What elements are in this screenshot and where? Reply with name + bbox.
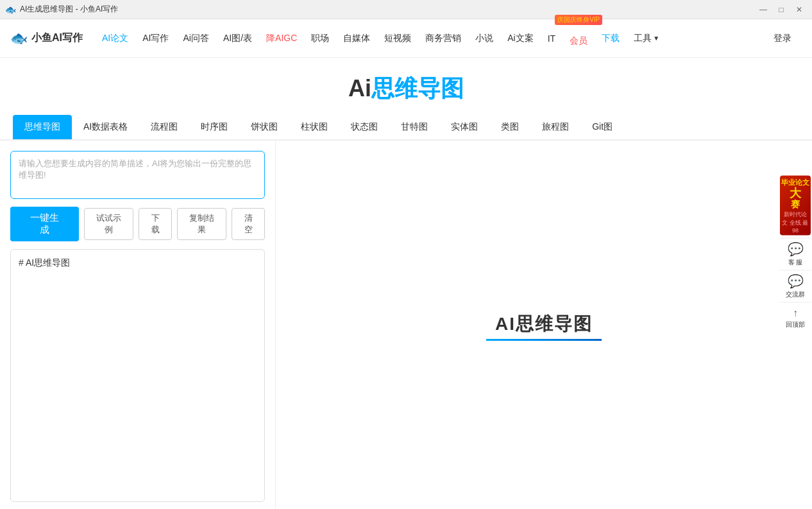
tab-mindmap[interactable]: 思维导图: [13, 115, 72, 141]
tab-ai-data-table[interactable]: AI数据表格: [72, 115, 139, 141]
sidebar-customer-service-label: 客 服: [788, 258, 803, 267]
output-area: # AI思维导图: [10, 249, 265, 502]
tab-git[interactable]: Git图: [580, 115, 624, 141]
tab-journey[interactable]: 旅程图: [530, 115, 580, 141]
action-bar: 一键生成 试试示例 下载 复制结果 清空: [10, 207, 265, 241]
sidebar-ad-sub: 新时代论文 全线 最98: [781, 210, 809, 233]
main-content: 一键生成 试试示例 下载 复制结果 清空 # AI思维导图 AI思维导图: [0, 141, 812, 509]
logo-text: 小鱼AI写作: [31, 31, 83, 45]
title-ai-prefix: Ai: [348, 75, 371, 101]
nav-item-ai-copy[interactable]: Ai文案: [501, 29, 539, 48]
floating-sidebar: 毕业论文 大 赛 新时代论文 全线 最98 💬 客 服 💬 交流群 ↑ 回顶部: [779, 175, 812, 334]
minimize-button[interactable]: —: [756, 3, 771, 16]
example-button[interactable]: 试试示例: [84, 208, 133, 240]
nav-item-media[interactable]: 自媒体: [337, 29, 376, 48]
sidebar-ad-line1: 毕业论文: [781, 177, 809, 187]
nav-item-ai-paper[interactable]: AI论文: [96, 29, 135, 48]
titlebar-controls: — □ ✕: [756, 3, 807, 16]
output-text: # AI思维导图: [19, 257, 70, 268]
tab-bar[interactable]: 柱状图: [289, 115, 339, 141]
sidebar-ad[interactable]: 毕业论文 大 赛 新时代论文 全线 最98: [780, 175, 811, 235]
nav-item-novel[interactable]: 小说: [469, 29, 500, 48]
tab-entity[interactable]: 实体图: [439, 115, 489, 141]
nav-item-short-video[interactable]: 短视频: [378, 29, 418, 48]
titlebar: 🐟 AI生成思维导图 - 小鱼AI写作 — □ ✕: [0, 0, 812, 19]
mindmap-preview: AI思维导图: [486, 312, 602, 341]
nav-item-member[interactable]: 会员: [563, 35, 594, 51]
mindmap-preview-title: AI思维导图: [495, 312, 593, 336]
login-button[interactable]: 登录: [763, 29, 802, 48]
logo[interactable]: 🐟 小鱼AI写作: [10, 30, 83, 47]
sidebar-back-top[interactable]: ↑ 回顶部: [779, 302, 811, 334]
header: 🐟 小鱼AI写作 AI论文 AI写作 Ai问答 AI图/表 降AIGC 职场 自…: [0, 19, 812, 58]
clear-button[interactable]: 清空: [232, 208, 265, 240]
nav-item-ai-qa[interactable]: Ai问答: [176, 29, 215, 48]
sidebar-ad-line3: 赛: [781, 198, 809, 210]
close-button[interactable]: ✕: [791, 3, 807, 16]
customer-service-icon: 💬: [788, 241, 804, 257]
tabs-bar: 思维导图 AI数据表格 流程图 时序图 饼状图 柱状图 状态图 甘特图 实体图 …: [0, 115, 812, 141]
wechat-icon: 💬: [788, 273, 804, 289]
sidebar-exchange-group-label: 交流群: [786, 290, 805, 299]
page-title: Ai思维导图: [0, 73, 812, 105]
vip-badge: 庆国庆终身VIP: [555, 15, 602, 25]
page-title-area: Ai思维导图: [0, 58, 812, 115]
left-panel: 一键生成 试试示例 下载 复制结果 清空 # AI思维导图: [0, 141, 276, 509]
nav-item-ai-table[interactable]: AI图/表: [217, 29, 258, 48]
nav-item-workplace[interactable]: 职场: [305, 29, 335, 48]
description-input[interactable]: [10, 151, 265, 199]
nav-item-aigc[interactable]: 降AIGC: [260, 29, 303, 48]
nav-item-marketing[interactable]: 商务营销: [419, 29, 468, 48]
titlebar-left: 🐟 AI生成思维导图 - 小鱼AI写作: [5, 4, 118, 15]
app-icon: 🐟: [5, 4, 16, 15]
title-main: 思维导图: [371, 75, 464, 101]
mindmap-underline: [486, 339, 602, 341]
main-nav: AI论文 AI写作 Ai问答 AI图/表 降AIGC 职场 自媒体 短视频 商务…: [96, 26, 763, 51]
nav-item-ai-write[interactable]: AI写作: [136, 29, 175, 48]
titlebar-title: AI生成思维导图 - 小鱼AI写作: [20, 4, 118, 15]
copy-button[interactable]: 复制结果: [177, 208, 226, 240]
maximize-button[interactable]: □: [774, 3, 789, 16]
sidebar-customer-service[interactable]: 💬 客 服: [779, 237, 811, 270]
back-top-icon: ↑: [793, 307, 798, 319]
nav-item-it[interactable]: IT: [541, 30, 562, 47]
tab-sequence[interactable]: 时序图: [189, 115, 239, 141]
download-button[interactable]: 下载: [139, 208, 172, 240]
tab-gantt[interactable]: 甘特图: [389, 115, 439, 141]
nav-item-tools[interactable]: 工具 ▼: [627, 29, 666, 48]
tab-flowchart[interactable]: 流程图: [139, 115, 189, 141]
sidebar-exchange-group[interactable]: 💬 交流群: [779, 270, 811, 302]
tab-pie[interactable]: 饼状图: [239, 115, 289, 141]
generate-button[interactable]: 一键生成: [10, 207, 79, 241]
right-panel: AI思维导图: [276, 141, 812, 509]
chevron-down-icon: ▼: [653, 35, 659, 42]
tab-state[interactable]: 状态图: [339, 115, 389, 141]
nav-item-download[interactable]: 下载: [595, 29, 626, 48]
tab-class[interactable]: 类图: [489, 115, 530, 141]
sidebar-ad-line2: 大: [781, 187, 809, 198]
logo-icon: 🐟: [10, 30, 28, 47]
sidebar-back-top-label: 回顶部: [786, 320, 805, 329]
